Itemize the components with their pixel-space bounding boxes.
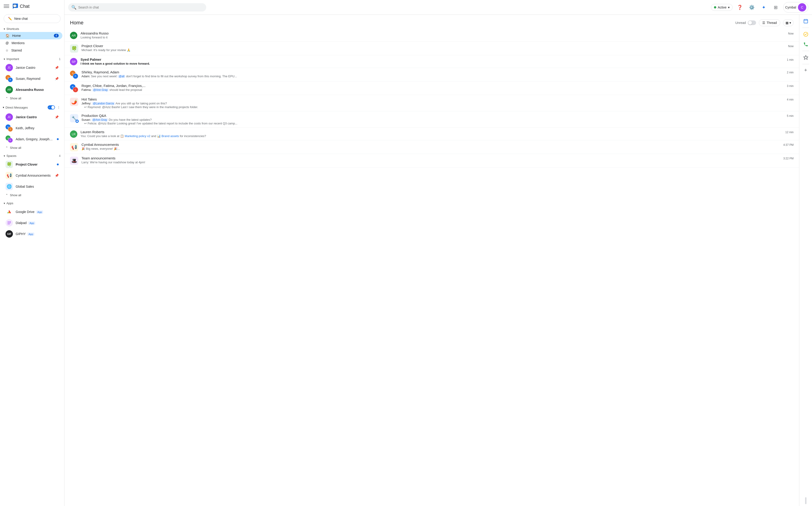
search-icon: 🔍 [71,5,76,10]
sidebar-item-adam-group[interactable]: A G Adam, Gregory, Joseph, Jani... [0,134,62,145]
starred-label: Starred [11,49,59,52]
message-time: 4 min [787,98,794,101]
show-all-label: Show all [10,146,21,150]
scroll-indicator [805,497,807,506]
avatar: 🔧 [70,114,78,122]
dm-more-button[interactable]: ⋮ [56,105,62,110]
active-status-button[interactable]: Active ▾ [711,4,732,11]
sidebar-item-google-drive[interactable]: Google Drive App [0,206,62,217]
sidebar-item-mentions[interactable]: @ Mentions [0,39,62,47]
bookmark-icon[interactable] [801,53,810,62]
show-all-label: Show all [10,97,21,100]
check-icon: ✓ [48,106,50,109]
apps-header[interactable]: ▾ Apps [0,200,64,206]
chat-item[interactable]: 📢 Cymbal Announcements 4:37 PM 🎉 Big new… [64,140,799,154]
divider [802,51,809,51]
expand-icon: ⌃ [5,193,8,197]
svg-point-3 [9,221,9,222]
spark-button[interactable]: ✦ [759,3,768,12]
space-icon: 🍀 [5,161,13,168]
unread-dot [57,164,59,165]
sidebar-item-giphy[interactable]: GIF GIPHY App [0,228,62,239]
apps-grid-button[interactable]: ⊞ [771,3,781,12]
chat-item[interactable]: S R Shirley, Raymond, Adam 2 min Adam: S… [64,68,799,81]
edit-icon: ✏️ [8,17,12,20]
dm-toggle[interactable]: ✓ [48,105,55,109]
calendar-icon[interactable] [801,16,810,26]
sidebar-item-home[interactable]: 🏠 Home 4 [0,32,62,39]
thread-label: Thread [767,21,777,25]
sidebar-item-starred[interactable]: ☆ Starred [0,47,62,54]
svg-point-5 [8,223,8,223]
new-chat-button[interactable]: ✏️ New chat [4,14,61,23]
svg-point-10 [76,120,78,122]
avatar-group: K J [5,124,13,132]
active-dot [714,6,716,8]
message-preview: Susan: @Ann Gray Do you have the latest … [81,118,794,121]
chat-item[interactable]: 🔧 Production Q&A 5 min Susan: @Ann Gray … [64,111,799,128]
chat-item-header: Syed Palmer 1 min [81,58,794,62]
chat-logo-svg: 💬 [11,3,18,10]
dm-section-header[interactable]: ▾ Direct Messages ✓ ⋮ [0,103,64,111]
apps-section: ▾ Apps Google Drive App Dialpad App GIF … [0,199,64,240]
settings-button[interactable]: ⚙️ [747,3,756,12]
thread-button[interactable]: ☰ Thread [759,19,780,26]
contact-name: Alessandra Russo [81,31,108,35]
help-button[interactable]: ❓ [735,3,745,12]
sidebar-item-keith-jeffrey[interactable]: K J Keith, Jeffrey [0,122,62,134]
avatar: 🎩 [70,157,78,165]
hamburger-menu-icon[interactable] [4,3,9,9]
chevron-down-icon: ▾ [4,202,5,205]
chat-item-header: Lauren Roberts 12 min [81,130,794,134]
google-drive-icon [5,208,13,216]
chat-item[interactable]: AR Alessandra Russo Now Looking forward … [64,29,799,41]
chat-item-content: Roger, Chloe, Fatima, Jordan, Françios,.… [81,84,794,92]
sidebar-item-susan-raymond[interactable]: S R Susan, Raymond 📌 [0,73,62,84]
view-toggle-button[interactable]: ▦ ▾ [783,19,794,26]
sidebar-item-global-sales[interactable]: 🌐 Global Sales [0,181,62,192]
unread-toggle[interactable]: Unread [735,20,756,25]
contact-name: Susan, Raymond [16,77,52,81]
important-show-all[interactable]: ⌃ Show all [0,95,64,101]
account-button[interactable]: Cymbal C [783,2,808,13]
sidebar-item-cymbal-announcements[interactable]: 📢 Cymbal Announcements 📌 [0,170,62,181]
important-header[interactable]: ▾ Important 1 [0,56,64,62]
sidebar-item-janice-important[interactable]: JC Janice Castro 📌 [0,62,62,73]
search-input[interactable] [68,3,206,11]
spaces-header[interactable]: ▾ Spaces 4 [0,153,64,159]
dm-actions: ✓ ⋮ [48,105,62,110]
sidebar-item-dialpad[interactable]: Dialpad App [0,217,62,228]
sidebar-item-alessandra-important[interactable]: AR Alessandra Russo [0,84,62,95]
sidebar-item-janice-dm[interactable]: JC Janice Castro 📌 [0,111,62,122]
avatar: 🍀 [70,45,78,53]
chat-item[interactable]: 🎩 Team announcements 3:22 PM Larry: We'r… [64,154,799,167]
spaces-badge: 4 [59,154,61,158]
chevron-down-icon: ▾ [790,21,791,25]
spaces-show-all[interactable]: ⌃ Show all [0,192,64,198]
add-button[interactable]: + [802,66,810,74]
chat-item[interactable]: 🍀 Project Clover Now Michael: It's ready… [64,41,799,55]
contact-name: Project Clover [81,44,103,48]
chat-item[interactable]: SP Syed Palmer 1 min I think we have a g… [64,55,799,68]
svg-text:💬: 💬 [13,4,17,8]
phone-icon[interactable] [801,40,810,49]
message-time: Now [788,32,794,35]
shortcuts-header[interactable]: ▾ Shortcuts [0,26,64,32]
chat-item-content: Syed Palmer 1 min I think we have a good… [81,58,794,65]
chat-item[interactable]: 🌶️ Hot Takes 4 min Jeffrey: @Landon Garc… [64,95,799,111]
contact-name: Production Q&A [81,114,106,117]
important-badge: 1 [59,58,61,61]
sidebar-item-project-clover[interactable]: 🍀 Project Clover [0,159,62,170]
chat-item-content: Shirley, Raymond, Adam 2 min Adam: See y… [81,70,794,78]
tasks-icon[interactable] [801,30,810,39]
toggle-switch[interactable] [748,20,756,25]
chevron-down-icon: ▾ [4,58,5,61]
dm-show-all[interactable]: ⌃ Show all [0,145,64,151]
chat-item[interactable]: LR Lauren Roberts 12 min You: Could you … [64,128,799,140]
message-preview: 🎉 Big news, everyone! 🎉... [81,147,794,150]
space-name: Global Sales [16,185,59,188]
main-content: Home Unread ☰ Thread ▦ ▾ [64,15,799,506]
pin-icon: 📌 [55,77,59,81]
chat-item[interactable]: R C Roger, Chloe, Fatima, Jordan, Françi… [64,81,799,95]
show-all-label: Show all [10,193,21,197]
